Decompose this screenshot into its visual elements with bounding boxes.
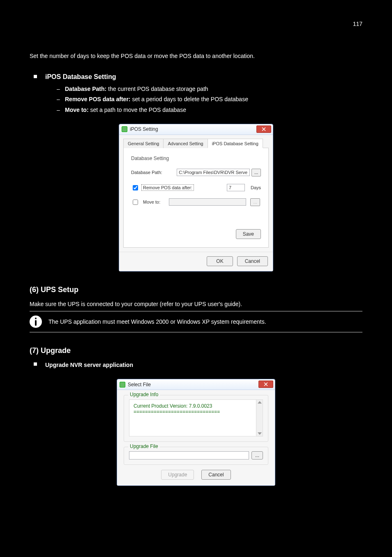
ipos-db-heading: iPOS Database Setting (45, 73, 116, 80)
square-bullet-icon (34, 75, 37, 78)
cancel-button[interactable]: Cancel (237, 256, 268, 266)
app-icon (120, 382, 125, 388)
tab-advanced-setting[interactable]: Advanced Setting (163, 139, 208, 148)
upgrade-info-line-divider: ============================== (134, 409, 258, 415)
moveto-desc: set a path to move the POS database (89, 107, 186, 113)
dialog-title: Select File (128, 382, 151, 388)
ups-note-text: The UPS application must meet Windows 20… (48, 318, 266, 325)
moveto-path-input[interactable] (169, 198, 246, 206)
ups-setup-heading: (6) UPS Setup (30, 285, 362, 294)
dash-icon: – (57, 106, 62, 115)
close-icon (264, 382, 268, 386)
db-path-browse-button[interactable]: ... (251, 169, 261, 176)
moveto-browse-button[interactable]: ... (250, 198, 260, 206)
cancel-button[interactable]: Cancel (201, 470, 231, 480)
upgrade-file-input[interactable] (129, 451, 249, 460)
db-path-label: Database Path: (131, 170, 177, 175)
upgrade-heading: (7) Upgrade (30, 346, 362, 355)
app-icon (122, 126, 127, 132)
upgrade-info-line-version: Current Product Version: 7.9.0.0023 (134, 403, 258, 409)
remove-days-input[interactable] (227, 184, 245, 191)
scrollbar[interactable] (256, 400, 263, 436)
moveto-checkbox[interactable] (133, 200, 138, 205)
upgrade-info-group-label: Upgrade Info (128, 392, 160, 397)
ups-paragraph: Make sure the UPS is connected to your c… (30, 300, 362, 309)
remove-term: Remove POS data after: (65, 96, 131, 102)
remove-desc: set a period days to delete the POS data… (131, 96, 248, 102)
close-button[interactable] (258, 381, 273, 388)
close-icon (262, 127, 266, 131)
upgrade-file-group-label: Upgrade File (128, 443, 160, 449)
ok-button[interactable]: OK (207, 256, 233, 266)
moveto-term: Move to: (65, 107, 89, 113)
upgrade-button[interactable]: Upgrade (161, 470, 194, 480)
db-path-input[interactable] (177, 169, 250, 176)
dialog-title: iPOS Setting (130, 126, 158, 132)
db-path-term: Database Path: (65, 86, 106, 92)
info-icon (30, 316, 42, 328)
upgrade-bullet: Upgrade NVR server application (45, 362, 133, 368)
upgrade-info-textbox: Current Product Version: 7.9.0.0023 ====… (129, 399, 263, 436)
remove-pos-label: Remove POS data after: (142, 185, 194, 190)
database-setting-group-label: Database Setting (131, 155, 261, 161)
close-button[interactable] (256, 125, 271, 133)
square-bullet-icon (34, 362, 37, 366)
remove-pos-checkbox[interactable] (133, 185, 138, 190)
page-number: 117 (30, 21, 362, 27)
intro-paragraph: Set the number of days to keep the POS d… (30, 52, 362, 61)
save-button[interactable]: Save (236, 229, 261, 239)
tab-general-setting[interactable]: General Setting (123, 139, 164, 148)
dash-icon: – (57, 95, 62, 104)
moveto-label: Move to: (142, 199, 161, 205)
select-file-dialog: Select File Upgrade Info Current Product… (117, 379, 275, 486)
scroll-up-icon[interactable] (258, 401, 262, 404)
db-path-desc: the current POS database storage path (106, 86, 208, 92)
scroll-down-icon[interactable] (258, 432, 262, 435)
ipos-setting-dialog: iPOS Setting General Setting Advanced Se… (119, 124, 273, 272)
tab-ipos-database-setting[interactable]: iPOS Database Setting (208, 139, 263, 148)
upgrade-file-browse-button[interactable]: ... (251, 451, 263, 460)
days-label: Days (251, 185, 261, 190)
dash-icon: – (57, 85, 62, 94)
